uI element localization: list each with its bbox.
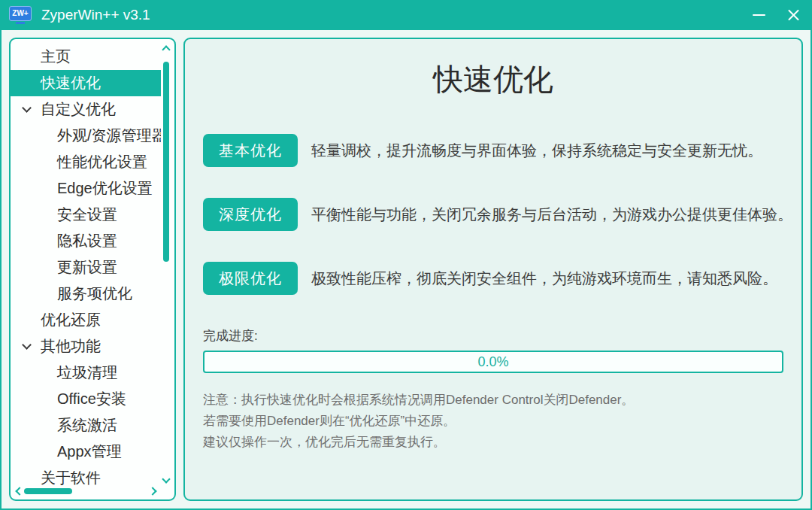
sidebar-item[interactable]: 关于软件 <box>11 465 161 486</box>
main-panel: 快速优化 基本优化 轻量调校，提升流畅度与界面体验，保持系统稳定与安全更新无忧。… <box>183 38 803 501</box>
sidebar-item[interactable]: 服务项优化 <box>11 281 161 307</box>
sidebar-item-label: 隐私设置 <box>57 231 117 251</box>
sidebar-item[interactable]: 优化还原 <box>11 307 161 333</box>
window-content: 主页 快速优化 自定义优化 外观/资源管理器 <box>2 30 810 508</box>
optimize-button[interactable]: 基本优化 <box>203 134 298 167</box>
sidebar-item-label: 其他功能 <box>41 336 101 357</box>
note-line: 注意：执行快速优化时会根据系统情况调用Defender Control关闭Def… <box>203 390 783 411</box>
close-button[interactable] <box>776 0 810 30</box>
action-description: 平衡性能与功能，关闭冗余服务与后台活动，为游戏办公提供更佳体验。 <box>311 198 792 231</box>
sidebar-item-label: 安全设置 <box>57 205 117 225</box>
sidebar-item[interactable]: 主页 <box>11 44 161 70</box>
sidebar-item-label: 垃圾清理 <box>57 363 117 383</box>
app-logo-text: ZW+ <box>9 6 32 21</box>
sidebar-item[interactable]: Office安装 <box>11 386 161 412</box>
optimize-button[interactable]: 深度优化 <box>203 198 298 231</box>
sidebar-item[interactable]: 快速优化 <box>11 70 161 96</box>
scroll-down-icon[interactable] <box>162 475 171 484</box>
action-description: 轻量调校，提升流畅度与界面体验，保持系统稳定与安全更新无忧。 <box>311 134 762 167</box>
sidebar-item[interactable]: Edge优化设置 <box>11 175 161 202</box>
sidebar-item[interactable]: 其他功能 <box>11 333 161 360</box>
notes: 注意：执行快速优化时会根据系统情况调用Defender Control关闭Def… <box>203 390 783 453</box>
sidebar-item[interactable]: 安全设置 <box>11 202 161 228</box>
progress-value: 0.0% <box>477 354 508 370</box>
vertical-scrollbar-thumb[interactable] <box>163 62 169 262</box>
note-line: 建议仅操作一次，优化完后无需重复执行。 <box>203 432 783 453</box>
progress-bar: 0.0% <box>203 351 783 373</box>
horizontal-scrollbar-thumb[interactable] <box>24 488 72 494</box>
sidebar-item[interactable]: 更新设置 <box>11 254 161 281</box>
sidebar-item-label: 性能优化设置 <box>57 152 147 172</box>
vertical-scrollbar[interactable] <box>161 42 172 484</box>
scroll-up-icon[interactable] <box>162 44 171 53</box>
action-row: 深度优化 平衡性能与功能，关闭冗余服务与后台活动，为游戏办公提供更佳体验。 <box>203 198 783 231</box>
action-list: 基本优化 轻量调校，提升流畅度与界面体验，保持系统稳定与安全更新无忧。 深度优化… <box>203 134 783 295</box>
sidebar-item-label: 优化还原 <box>41 310 101 330</box>
sidebar-item[interactable]: 性能优化设置 <box>11 149 161 175</box>
sidebar-item-label: Appx管理 <box>57 442 122 462</box>
sidebar-item[interactable]: 自定义优化 <box>11 96 161 123</box>
page-title: 快速优化 <box>203 62 783 96</box>
action-description: 极致性能压榨，彻底关闭安全组件，为纯游戏环境而生，请知悉风险。 <box>311 262 777 295</box>
sidebar-item[interactable]: Appx管理 <box>11 439 161 465</box>
scroll-left-icon[interactable] <box>14 487 23 496</box>
action-row: 极限优化 极致性能压榨，彻底关闭安全组件，为纯游戏环境而生，请知悉风险。 <box>203 262 783 295</box>
sidebar-nav: 主页 快速优化 自定义优化 外观/资源管理器 <box>11 44 161 486</box>
sidebar-item[interactable]: 隐私设置 <box>11 228 161 254</box>
sidebar-item-label: 快速优化 <box>41 73 101 93</box>
sidebar-item-label: Edge优化设置 <box>57 178 153 199</box>
note-line: 若需要使用Defender则在“优化还原”中还原。 <box>203 411 783 432</box>
minimize-icon <box>753 14 765 16</box>
minimize-button[interactable] <box>741 0 776 30</box>
scroll-right-icon[interactable] <box>149 487 158 496</box>
sidebar-item[interactable]: 系统激活 <box>11 412 161 439</box>
titlebar: ZW+ ZyperWin++ v3.1 <box>2 0 810 30</box>
sidebar-item[interactable]: 垃圾清理 <box>11 360 161 386</box>
sidebar-item-label: 主页 <box>41 47 71 67</box>
optimize-button[interactable]: 极限优化 <box>203 262 298 295</box>
progress-label: 完成进度: <box>203 327 783 345</box>
chevron-down-icon <box>18 108 35 111</box>
app-window: ZW+ ZyperWin++ v3.1 主页 <box>0 0 812 510</box>
sidebar-item-label: Office安装 <box>57 389 126 409</box>
horizontal-scrollbar[interactable] <box>14 486 158 497</box>
chevron-down-icon <box>18 345 35 348</box>
sidebar-item-label: 自定义优化 <box>41 99 116 120</box>
sidebar-item-label: 系统激活 <box>57 415 117 436</box>
sidebar-item-label: 服务项优化 <box>57 284 132 304</box>
sidebar-item-label: 关于软件 <box>41 468 101 486</box>
app-logo-icon: ZW+ <box>9 6 32 24</box>
action-row: 基本优化 轻量调校，提升流畅度与界面体验，保持系统稳定与安全更新无忧。 <box>203 134 783 167</box>
sidebar-item[interactable]: 外观/资源管理器 <box>11 123 161 149</box>
sidebar-item-label: 外观/资源管理器 <box>57 126 161 146</box>
window-title: ZyperWin++ v3.1 <box>41 7 741 23</box>
sidebar-item-label: 更新设置 <box>57 257 117 278</box>
sidebar: 主页 快速优化 自定义优化 外观/资源管理器 <box>9 38 176 501</box>
